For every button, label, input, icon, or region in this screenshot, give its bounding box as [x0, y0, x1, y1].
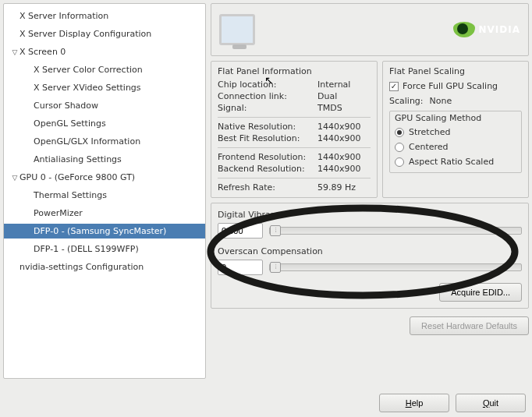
- info-val: 59.89 Hz: [317, 182, 371, 193]
- info-val: 1440x900: [317, 152, 371, 162]
- acquire-edid-button[interactable]: Acquire EDID...: [439, 283, 522, 302]
- info-key: Frontend Resolution:: [218, 152, 317, 162]
- tree-item[interactable]: DFP-0 - (Samsung SyncMaster): [4, 224, 205, 239]
- disclosure-open-icon[interactable]: ▽: [10, 174, 20, 182]
- scaling-method-option[interactable]: Centered: [390, 140, 521, 154]
- info-val: 1440x900: [317, 122, 371, 132]
- info-key: Signal:: [218, 103, 317, 113]
- tree-item-label: X Server Color Correction: [34, 65, 143, 75]
- tree-item[interactable]: PowerMizer: [4, 206, 205, 221]
- slider-thumb-icon[interactable]: ⦙: [270, 225, 281, 236]
- tree-item-label: Antialiasing Settings: [34, 154, 122, 164]
- radio-icon: [395, 143, 404, 152]
- scaling-value: None: [430, 96, 452, 106]
- info-val: TMDS: [317, 103, 371, 113]
- tree-item[interactable]: OpenGL Settings: [4, 116, 205, 131]
- tree-item-label: X Server XVideo Settings: [34, 83, 141, 93]
- tree-item[interactable]: Antialiasing Settings: [4, 152, 205, 167]
- info-key: Connection link:: [218, 91, 317, 101]
- digital-vibrance-slider[interactable]: ⦙: [269, 227, 522, 235]
- tree-item[interactable]: X Server Display Configuration: [4, 27, 205, 41]
- gpu-method-title: GPU Scaling Method: [395, 113, 516, 123]
- disclosure-open-icon[interactable]: ▽: [10, 48, 20, 56]
- settings-tree[interactable]: X Server InformationX Server Display Con…: [3, 3, 206, 379]
- scaling-method-option[interactable]: Aspect Ratio Scaled: [390, 154, 521, 169]
- tree-item[interactable]: X Server Color Correction: [4, 62, 205, 77]
- tree-item-label: Cursor Shadow: [34, 101, 98, 111]
- nvidia-logo: NVIDIA: [453, 22, 520, 37]
- info-val: Dual: [317, 91, 371, 101]
- checkbox-icon: ✓: [389, 82, 399, 91]
- tree-item-label: PowerMizer: [34, 208, 83, 218]
- digital-vibrance-label: Digital Vibrance: [218, 210, 522, 220]
- digital-vibrance-input[interactable]: [218, 223, 263, 239]
- radio-label: Stretched: [409, 127, 450, 137]
- bottom-bar: Help Quit: [379, 394, 526, 412]
- info-val: 1440x900: [317, 164, 371, 174]
- tree-item-label: DFP-0 - (Samsung SyncMaster): [34, 226, 166, 236]
- info-val: Internal: [317, 80, 371, 90]
- overscan-slider[interactable]: ⦙: [269, 263, 522, 271]
- tree-item-label: X Screen 0: [20, 47, 66, 57]
- tree-item[interactable]: X Server Information: [4, 9, 205, 23]
- scaling-title: Flat Panel Scaling: [389, 66, 522, 76]
- nvidia-eye-icon: [453, 22, 475, 37]
- overscan-input[interactable]: [218, 260, 263, 275]
- tree-item-label: nvidia-settings Configuration: [20, 262, 144, 272]
- force-full-gpu-label: Force Full GPU Scaling: [403, 81, 498, 91]
- flat-panel-info: Flat Panel Information Chip location: In…: [211, 61, 378, 198]
- radio-icon: [395, 157, 404, 167]
- monitor-icon: [219, 14, 255, 45]
- info-key: Refresh Rate:: [218, 182, 317, 193]
- sliders-panel: Digital Vibrance ⦙ Overscan Compensation…: [211, 203, 529, 309]
- tree-item[interactable]: ▽X Screen 0: [4, 44, 205, 59]
- force-full-gpu-checkbox[interactable]: ✓ Force Full GPU Scaling: [389, 81, 522, 91]
- reset-hardware-defaults-button: Reset Hardware Defaults: [410, 316, 529, 335]
- help-button[interactable]: Help: [379, 394, 449, 412]
- info-key: Backend Resolution:: [218, 164, 317, 174]
- gpu-scaling-method-group: GPU Scaling Method StretchedCenteredAspe…: [389, 111, 522, 173]
- radio-label: Aspect Ratio Scaled: [409, 157, 494, 167]
- tree-item[interactable]: Cursor Shadow: [4, 98, 205, 113]
- info-key: Native Resolution:: [218, 122, 317, 132]
- tree-item[interactable]: Thermal Settings: [4, 188, 205, 203]
- info-title: Flat Panel Information: [218, 66, 371, 76]
- tree-item[interactable]: DFP-1 - (DELL S199WFP): [4, 242, 205, 256]
- radio-label: Centered: [409, 142, 449, 152]
- tree-item-label: GPU 0 - (GeForce 9800 GT): [20, 172, 135, 182]
- radio-icon: [395, 128, 404, 137]
- nvidia-banner: NVIDIA: [211, 3, 529, 56]
- tree-item[interactable]: nvidia-settings Configuration: [4, 260, 205, 274]
- tree-item-label: DFP-1 - (DELL S199WFP): [34, 244, 139, 254]
- info-val: 1440x900: [317, 133, 371, 143]
- tree-item[interactable]: X Server XVideo Settings: [4, 80, 205, 95]
- tree-item-label: Thermal Settings: [34, 190, 107, 200]
- slider-thumb-icon[interactable]: ⦙: [270, 262, 281, 273]
- tree-item-label: OpenGL Settings: [34, 118, 106, 129]
- info-key: Best Fit Resolution:: [218, 133, 317, 143]
- scaling-method-option[interactable]: Stretched: [390, 125, 521, 140]
- tree-item[interactable]: ▽GPU 0 - (GeForce 9800 GT): [4, 170, 205, 185]
- tree-item-label: X Server Information: [20, 11, 108, 21]
- scaling-label: Scaling:: [389, 96, 424, 106]
- quit-button[interactable]: Quit: [456, 394, 526, 412]
- overscan-label: Overscan Compensation: [218, 246, 522, 256]
- flat-panel-scaling: Flat Panel Scaling ✓ Force Full GPU Scal…: [382, 61, 529, 198]
- tree-item[interactable]: OpenGL/GLX Information: [4, 134, 205, 149]
- brand-text: NVIDIA: [478, 24, 520, 35]
- tree-item-label: OpenGL/GLX Information: [34, 136, 140, 147]
- mouse-cursor-icon: ↖: [264, 74, 274, 87]
- tree-item-label: X Server Display Configuration: [20, 29, 151, 39]
